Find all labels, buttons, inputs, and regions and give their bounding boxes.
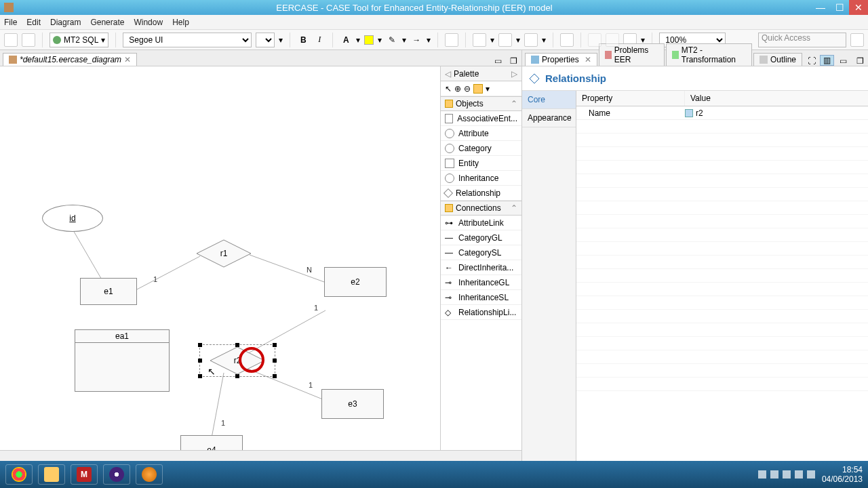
entity-e2[interactable]: e2 (324, 267, 387, 297)
taskbar-eclipse[interactable] (103, 464, 130, 485)
size-dropdown-icon[interactable]: ▾ (279, 35, 283, 45)
italic-button[interactable]: I (313, 35, 326, 45)
palette-item-inheritance[interactable]: Inheritance (441, 171, 521, 186)
tool-button[interactable] (445, 33, 458, 47)
attribute-id[interactable]: id (42, 205, 103, 232)
menu-generate[interactable]: Generate (90, 18, 124, 27)
dropdown-icon[interactable]: ▾ (356, 35, 360, 45)
palette-item-associativeentity[interactable]: AssociativeEnt... (441, 111, 521, 126)
entity-e1[interactable]: e1 (80, 278, 137, 305)
pin-button[interactable] (588, 33, 601, 47)
property-name-value[interactable]: r2 (696, 108, 703, 118)
palette-item-inheritancegl[interactable]: ⊸InheritanceGL (441, 275, 521, 290)
tab-problems[interactable]: Problems EER (599, 43, 665, 66)
close-tab-icon[interactable]: ✕ (124, 55, 131, 64)
minimize-view-icon[interactable]: ▭ (835, 56, 851, 66)
tab-properties[interactable]: Properties✕ (525, 53, 597, 66)
tray-network-icon[interactable] (783, 470, 791, 479)
menu-help[interactable]: Help (172, 18, 189, 27)
tab-mt2[interactable]: MT2 - Transformation (666, 43, 752, 66)
editor-tab[interactable]: *default15.eercase_diagram ✕ (3, 53, 137, 66)
dropdown-icon[interactable]: ▾ (516, 35, 520, 45)
pin-view-icon[interactable]: ▥ (820, 55, 834, 66)
group-label: Connections (456, 203, 501, 213)
distribute-button[interactable] (498, 33, 512, 47)
taskbar-explorer[interactable] (38, 464, 65, 485)
tray-icon[interactable] (770, 470, 778, 479)
palette-item-attributelink[interactable]: ⊶AttributeLink (441, 216, 521, 230)
menu-window[interactable]: Window (134, 18, 163, 27)
quick-access[interactable]: Quick Access (758, 33, 846, 47)
arrow-style-button[interactable]: → (410, 35, 422, 45)
palette-group-connections[interactable]: Connections ⌃ (441, 201, 521, 216)
grid-button[interactable] (560, 33, 574, 47)
relationship-r1[interactable]: r1 (197, 240, 251, 267)
font-select[interactable]: Segoe UI (123, 33, 252, 47)
palette-item-relationshiplink[interactable]: ◇RelationshipLi... (441, 305, 521, 320)
entity-e3[interactable]: e3 (321, 389, 384, 419)
dropdown-icon[interactable]: ▾ (486, 84, 490, 94)
tray-battery-icon[interactable] (807, 470, 815, 479)
dropdown-icon[interactable]: ▾ (542, 35, 546, 45)
entity-e4[interactable]: e4 (180, 435, 243, 450)
menu-edit[interactable]: Edit (26, 18, 41, 27)
property-row-name[interactable]: Name r2 (576, 106, 868, 120)
palette-group-objects[interactable]: Objects ⌃ (441, 96, 521, 111)
save-button[interactable] (22, 33, 35, 47)
close-button[interactable]: ✕ (849, 0, 868, 15)
font-color-button[interactable]: A (340, 35, 352, 45)
menu-file[interactable]: File (4, 18, 17, 27)
bold-button[interactable]: B (297, 35, 309, 45)
collapse-icon[interactable]: ⌃ (511, 203, 517, 213)
zoom-out-icon[interactable]: ⊖ (464, 84, 471, 94)
maximize-view-icon[interactable]: ❐ (852, 56, 868, 66)
order-button[interactable] (524, 33, 538, 47)
palette-item-relationship[interactable]: Relationship (441, 186, 521, 201)
line-color-button[interactable]: ✎ (386, 35, 398, 45)
minimize-view-icon[interactable]: ▭ (490, 56, 506, 66)
mt2sql-button[interactable]: MT2 SQL ▾ (50, 33, 108, 47)
note-tool-icon[interactable] (473, 84, 483, 94)
new-button[interactable] (4, 33, 18, 47)
palette-item-inheritancesl[interactable]: ⊸InheritanceSL (441, 290, 521, 305)
zoom-in-icon[interactable]: ⊕ (454, 84, 461, 94)
taskbar-media[interactable] (136, 464, 163, 485)
font-size-select[interactable]: 9 (256, 33, 275, 47)
align-button[interactable] (473, 33, 486, 47)
tab-outline[interactable]: Outline (753, 53, 802, 66)
palette-item-categorygl[interactable]: —CategoryGL (441, 230, 521, 245)
minimize-button[interactable]: — (811, 0, 830, 15)
select-tool-icon[interactable]: ↖ (445, 84, 452, 94)
palette-item-categorysl[interactable]: —CategorySL (441, 245, 521, 260)
palette-collapse-icon[interactable]: ▷ (511, 69, 517, 79)
tray-volume-icon[interactable] (795, 470, 803, 479)
diagram-canvas[interactable]: id r1 e1 e2 ea1 (0, 66, 440, 450)
category-core[interactable]: Core (522, 91, 576, 109)
system-tray[interactable]: 18:54 04/06/2013 (758, 465, 863, 484)
unpin-button[interactable] (606, 33, 619, 47)
dropdown-icon[interactable]: ▾ (427, 35, 431, 45)
palette-item-attribute[interactable]: Attribute (441, 126, 521, 141)
dropdown-icon[interactable]: ▾ (378, 35, 382, 45)
taskbar-chrome[interactable] (5, 464, 33, 485)
tray-icon[interactable] (758, 470, 766, 479)
perspective-button[interactable] (850, 33, 864, 47)
maximize-view-icon[interactable]: ❐ (506, 56, 521, 66)
view-menu-icon[interactable]: ⛶ (805, 56, 818, 66)
palette-header[interactable]: ◁ Palette ▷ (441, 66, 521, 81)
palette-item-directinherit[interactable]: ←DirectInherita... (441, 260, 521, 275)
associative-entity-ea1[interactable]: ea1 (75, 329, 170, 392)
menu-diagram[interactable]: Diagram (50, 18, 81, 27)
category-appearance[interactable]: Appearance (522, 109, 576, 127)
maximize-button[interactable]: ☐ (830, 0, 849, 15)
close-tab-icon[interactable]: ✕ (582, 55, 591, 64)
taskbar-mendeley[interactable]: M (71, 464, 98, 485)
palette-item-entity[interactable]: Entity (441, 156, 521, 171)
dropdown-icon[interactable]: ▾ (490, 35, 494, 45)
collapse-icon[interactable]: ⌃ (511, 99, 517, 108)
fill-color-button[interactable] (364, 35, 374, 45)
palette-item-category[interactable]: Category (441, 141, 521, 156)
horizontal-scrollbar[interactable] (0, 450, 521, 461)
dropdown-icon[interactable]: ▾ (402, 35, 406, 45)
folder-icon (445, 204, 453, 212)
